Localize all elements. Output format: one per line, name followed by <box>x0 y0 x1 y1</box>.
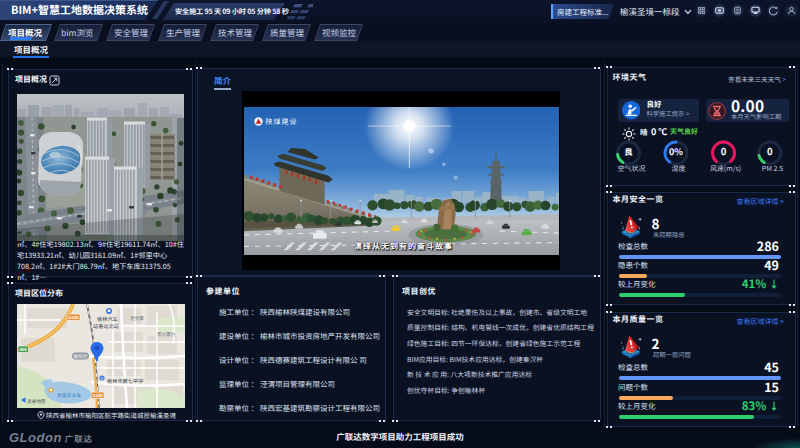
svg-text:G230: G230 <box>69 314 80 320</box>
svg-text:站客运北站: 站客运北站 <box>93 322 119 329</box>
svg-text:尤家峁水库: 尤家峁水库 <box>57 391 81 398</box>
svg-text:榆阳区: 榆阳区 <box>73 352 88 359</box>
svg-text:G230: G230 <box>93 392 104 398</box>
svg-text:文: 文 <box>100 376 104 381</box>
svg-text:高德地图: 高德地图 <box>27 398 46 404</box>
svg-text:南刘家村: 南刘家村 <box>157 331 176 337</box>
svg-text:065: 065 <box>20 346 28 352</box>
svg-text:榆林市第七中学: 榆林市第七中学 <box>107 377 143 384</box>
svg-text:老党家: 老党家 <box>130 315 144 321</box>
